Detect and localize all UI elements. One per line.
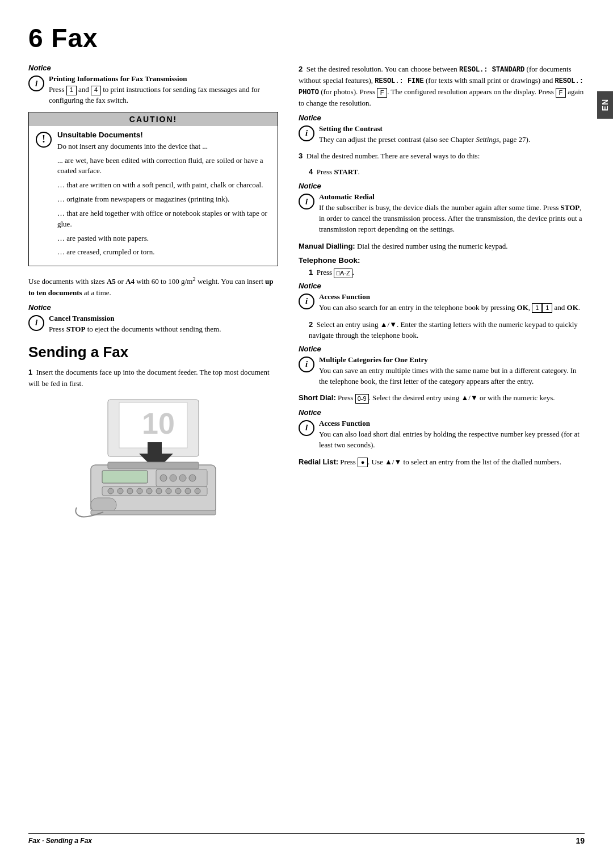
svg-text:10: 10 <box>142 407 175 440</box>
info-icon-1: i <box>28 76 44 91</box>
key-1a: 1 <box>532 303 542 313</box>
svg-rect-6 <box>102 471 148 483</box>
caution-p3: … that are written on with a soft pencil… <box>57 180 271 191</box>
page: 6 Fax EN Notice i Printing Informations … <box>0 0 613 868</box>
svg-point-8 <box>160 475 167 481</box>
telephone-book-heading: Telephone Book: <box>299 256 585 265</box>
notice-contrast-title: Setting the Contrast <box>319 124 383 133</box>
redial-list-para: Redial List: Press ●. Use ▲/▼ to select … <box>299 456 585 468</box>
redial-list-label: Redial List: <box>299 458 338 466</box>
key-09: 0-9 <box>355 394 369 404</box>
svg-rect-24 <box>91 510 216 515</box>
caution-p6: … are pasted with note papers. <box>57 233 271 244</box>
chapter-title: 6 Fax <box>28 23 585 53</box>
footer: Fax · Sending a Fax 19 <box>28 833 585 845</box>
notice-contrast: i Setting the Contrast They can adjust t… <box>299 124 585 145</box>
info-icon-2: i <box>28 315 44 331</box>
notice-label-access2: Notice <box>299 408 585 417</box>
step-3-text: Dial the desired number. There are sever… <box>306 152 480 160</box>
step-3-num: 3 <box>299 152 303 160</box>
step-3: 3 Dial the desired number. There are sev… <box>299 150 585 162</box>
manual-dialling-label: Manual Dialling: <box>299 242 355 250</box>
notice-multiple-body: You can save an entry multiple times wit… <box>319 366 585 387</box>
notice-label-multiple: Notice <box>299 345 585 353</box>
notice-printing-content: Printing Informations for Fax Transmissi… <box>49 74 278 106</box>
step-1-text: Insert the documents face up into the do… <box>28 368 270 388</box>
caution-content: Unsuitable Documents! Do not insert any … <box>57 131 271 262</box>
doc-size-note: Use documents with sizes A5 or A4 with 6… <box>28 274 278 298</box>
svg-rect-23 <box>91 498 116 512</box>
notice-redial-title: Automatic Redial <box>319 192 375 201</box>
key-az: □A-Z <box>334 269 352 278</box>
caution-p1: Do not insert any documents into the dev… <box>57 141 271 152</box>
key-f2: F <box>556 88 566 98</box>
notice-contrast-body: They can adjust the preset contrast (als… <box>319 135 585 145</box>
key-1b: 1 <box>542 303 552 313</box>
tel-book-step-1-num: 1 <box>309 268 313 276</box>
svg-point-13 <box>108 488 114 494</box>
step-2-num: 2 <box>299 65 303 73</box>
svg-point-14 <box>117 488 123 494</box>
caution-icon: ! <box>36 132 52 148</box>
step-1-num: 1 <box>28 368 32 376</box>
caution-p2: ... are wet, have been edited with corre… <box>57 156 271 177</box>
svg-point-9 <box>170 475 177 481</box>
language-tab: EN <box>597 91 613 119</box>
notice-access2: i Access Function You can also load shor… <box>299 419 585 451</box>
exclamation-icon: ! <box>42 133 45 145</box>
tel-book-step-2-num: 2 <box>309 320 313 329</box>
notice-multiple-content: Multiple Categories for One Entry You ca… <box>319 355 585 387</box>
svg-point-20 <box>175 488 181 494</box>
caution-p4: … originate from newspapers or magazines… <box>57 194 271 205</box>
notice-cancel-body: Press STOP to eject the documents withou… <box>49 324 278 335</box>
key-4: 4 <box>91 86 101 95</box>
notice-access1-body: You can also search for an entry in the … <box>319 303 585 313</box>
info-icon-access1: i <box>299 293 314 309</box>
notice-access1-content: Access Function You can also search for … <box>319 292 585 313</box>
svg-point-16 <box>137 488 142 494</box>
info-icon-contrast: i <box>299 125 314 141</box>
step-2-text: Set the desired resolution. You can choo… <box>299 65 583 107</box>
notice-printing-title: Printing Informations for Fax Transmissi… <box>49 74 187 83</box>
key-1: 1 <box>66 86 77 95</box>
right-column: 2 Set the desired resolution. You can ch… <box>299 64 585 820</box>
sending-fax-heading: Sending a Fax <box>28 343 278 361</box>
caution-p5: … that are held together with office or … <box>57 208 271 230</box>
notice-access2-body: You can also load short dial entries by … <box>319 429 585 451</box>
notice-cancel: i Cancel Transmission Press STOP to ejec… <box>28 314 278 335</box>
svg-point-11 <box>189 475 196 481</box>
svg-point-17 <box>146 488 152 494</box>
notice-printing-body: Press 1 and 4 to print instructions for … <box>49 85 278 106</box>
tel-book-step-1: 1 Press □A-Z. <box>309 267 585 278</box>
fax-machine-svg: 10 <box>74 397 233 522</box>
key-f: F <box>377 88 387 98</box>
svg-point-15 <box>127 488 133 494</box>
info-icon-access2: i <box>299 420 314 436</box>
manual-dialling-para: Manual Dialling: Dial the desired number… <box>299 241 585 252</box>
caution-title: Unsuitable Documents! <box>57 131 271 139</box>
step-1: 1 Insert the documents face up into the … <box>28 367 278 389</box>
start-label: START <box>334 167 358 176</box>
notice-label-2: Notice <box>28 303 278 312</box>
step-4-num: 4 <box>309 167 313 176</box>
notice-printing: i Printing Informations for Fax Transmis… <box>28 74 278 106</box>
notice-access1-title: Access Function <box>319 292 370 301</box>
caution-box: CAUTION! ! Unsuitable Documents! Do not … <box>28 112 278 267</box>
short-dial-label: Short Dial: <box>299 393 336 402</box>
notice-multiple-title: Multiple Categories for One Entry <box>319 355 428 364</box>
notice-cancel-content: Cancel Transmission Press STOP to eject … <box>49 314 278 335</box>
notice-multiple: i Multiple Categories for One Entry You … <box>299 355 585 387</box>
step-4: 4 Press START. <box>309 166 585 178</box>
caution-p7: … are creased, crumpled or torn. <box>57 247 271 258</box>
notice-label-1: Notice <box>28 64 278 72</box>
notice-label-access1: Notice <box>299 282 585 290</box>
caution-body: ! Unsuitable Documents! Do not insert an… <box>29 126 278 266</box>
fax-machine-image: 10 <box>74 397 233 522</box>
caution-header: CAUTION! <box>29 112 278 126</box>
svg-point-22 <box>195 488 200 494</box>
step-2: 2 Set the desired resolution. You can ch… <box>299 64 585 109</box>
notice-redial-body: If the subscriber is busy, the device di… <box>319 203 585 235</box>
footer-right: 19 <box>576 836 585 845</box>
notice-label-redial: Notice <box>299 182 585 190</box>
notice-redial-content: Automatic Redial If the subscriber is bu… <box>319 192 585 235</box>
